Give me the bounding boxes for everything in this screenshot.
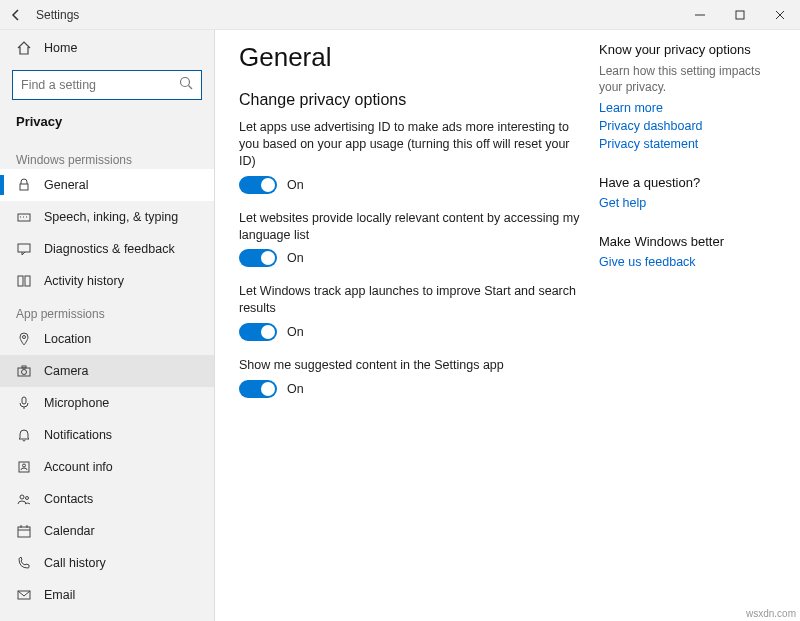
- arrow-left-icon: [8, 7, 24, 23]
- contacts-icon: [16, 491, 32, 507]
- sidebar-item-label: Account info: [44, 460, 113, 474]
- sidebar-item-notifications[interactable]: Notifications: [0, 419, 214, 451]
- lock-icon: [16, 177, 32, 193]
- sidebar-item-label: General: [44, 178, 88, 192]
- svg-rect-21: [18, 527, 30, 537]
- option-track-launches: Let Windows track app launches to improv…: [239, 283, 589, 341]
- link-get-help[interactable]: Get help: [599, 196, 780, 210]
- sidebar-item-account-info[interactable]: Account info: [0, 451, 214, 483]
- sidebar-item-call-history[interactable]: Call history: [0, 547, 214, 579]
- svg-rect-1: [736, 11, 744, 19]
- titlebar: Settings: [0, 0, 800, 30]
- maximize-icon: [732, 7, 748, 23]
- minimize-icon: [692, 7, 708, 23]
- content-column: General Change privacy options Let apps …: [239, 42, 589, 621]
- svg-point-14: [22, 370, 27, 375]
- close-icon: [772, 7, 788, 23]
- info-question-title: Have a question?: [599, 175, 780, 190]
- section-subheading: Change privacy options: [239, 91, 589, 109]
- main-area: General Change privacy options Let apps …: [215, 30, 800, 621]
- option-desc: Let Windows track app launches to improv…: [239, 283, 589, 317]
- account-icon: [16, 459, 32, 475]
- link-privacy-dashboard[interactable]: Privacy dashboard: [599, 119, 780, 133]
- info-privacy-desc: Learn how this setting impacts your priv…: [599, 63, 780, 95]
- sidebar-item-label: Activity history: [44, 274, 124, 288]
- svg-rect-16: [22, 397, 26, 404]
- bell-icon: [16, 427, 32, 443]
- sidebar-item-label: Calendar: [44, 524, 95, 538]
- sidebar-item-label: Notifications: [44, 428, 112, 442]
- maximize-button[interactable]: [720, 0, 760, 30]
- section-windows-permissions: Windows permissions: [0, 143, 214, 169]
- svg-rect-15: [22, 366, 26, 368]
- toggle-state-label: On: [287, 382, 304, 396]
- sidebar-item-label: Speech, inking, & typing: [44, 210, 178, 224]
- svg-point-2: [181, 78, 190, 87]
- svg-point-20: [26, 497, 29, 500]
- toggle-state-label: On: [287, 178, 304, 192]
- sidebar-item-email[interactable]: Email: [0, 579, 214, 611]
- sidebar-item-speech[interactable]: Speech, inking, & typing: [0, 201, 214, 233]
- microphone-icon: [16, 395, 32, 411]
- option-desc: Let apps use advertising ID to make ads …: [239, 119, 589, 170]
- home-label: Home: [44, 41, 77, 55]
- calendar-icon: [16, 523, 32, 539]
- toggle-track-launches[interactable]: [239, 323, 277, 341]
- svg-rect-9: [18, 244, 30, 252]
- toggle-state-label: On: [287, 251, 304, 265]
- sidebar-item-label: Microphone: [44, 396, 109, 410]
- sidebar-item-label: Email: [44, 588, 75, 602]
- info-panel: Know your privacy options Learn how this…: [589, 42, 800, 621]
- svg-rect-4: [20, 184, 28, 190]
- home-button[interactable]: Home: [0, 30, 214, 66]
- sidebar-item-diagnostics[interactable]: Diagnostics & feedback: [0, 233, 214, 265]
- search-input[interactable]: [21, 78, 178, 92]
- sidebar: Home Privacy Windows permissions General…: [0, 30, 215, 621]
- svg-rect-11: [25, 276, 30, 286]
- sidebar-item-label: Camera: [44, 364, 88, 378]
- close-button[interactable]: [760, 0, 800, 30]
- svg-rect-10: [18, 276, 23, 286]
- sidebar-item-label: Diagnostics & feedback: [44, 242, 175, 256]
- link-give-feedback[interactable]: Give us feedback: [599, 255, 780, 269]
- sidebar-item-label: Location: [44, 332, 91, 346]
- section-app-permissions: App permissions: [0, 297, 214, 323]
- sidebar-item-calendar[interactable]: Calendar: [0, 515, 214, 547]
- email-icon: [16, 587, 32, 603]
- window-title: Settings: [32, 8, 680, 22]
- option-language-list: Let websites provide locally relevant co…: [239, 210, 589, 268]
- keyboard-icon: [16, 209, 32, 225]
- watermark: wsxdn.com: [746, 608, 796, 619]
- toggle-suggested-content[interactable]: [239, 380, 277, 398]
- page-heading: General: [239, 42, 589, 73]
- sidebar-item-activity[interactable]: Activity history: [0, 265, 214, 297]
- sidebar-item-label: Call history: [44, 556, 106, 570]
- sidebar-item-microphone[interactable]: Microphone: [0, 387, 214, 419]
- link-learn-more[interactable]: Learn more: [599, 101, 780, 115]
- feedback-icon: [16, 241, 32, 257]
- sidebar-item-location[interactable]: Location: [0, 323, 214, 355]
- option-desc: Show me suggested content in the Setting…: [239, 357, 589, 374]
- sidebar-item-label: Contacts: [44, 492, 93, 506]
- home-icon: [16, 40, 32, 56]
- toggle-language-list[interactable]: [239, 249, 277, 267]
- info-privacy-title: Know your privacy options: [599, 42, 780, 57]
- svg-point-19: [20, 495, 24, 499]
- minimize-button[interactable]: [680, 0, 720, 30]
- svg-point-12: [23, 336, 26, 339]
- link-privacy-statement[interactable]: Privacy statement: [599, 137, 780, 151]
- back-button[interactable]: [0, 7, 32, 23]
- search-icon: [178, 75, 194, 95]
- sidebar-item-camera[interactable]: Camera: [0, 355, 214, 387]
- toggle-state-label: On: [287, 325, 304, 339]
- sidebar-item-contacts[interactable]: Contacts: [0, 483, 214, 515]
- option-advertising-id: Let apps use advertising ID to make ads …: [239, 119, 589, 194]
- info-better-title: Make Windows better: [599, 234, 780, 249]
- history-icon: [16, 273, 32, 289]
- search-box[interactable]: [12, 70, 202, 100]
- camera-icon: [16, 363, 32, 379]
- svg-point-18: [23, 464, 26, 467]
- location-icon: [16, 331, 32, 347]
- sidebar-item-general[interactable]: General: [0, 169, 214, 201]
- toggle-advertising-id[interactable]: [239, 176, 277, 194]
